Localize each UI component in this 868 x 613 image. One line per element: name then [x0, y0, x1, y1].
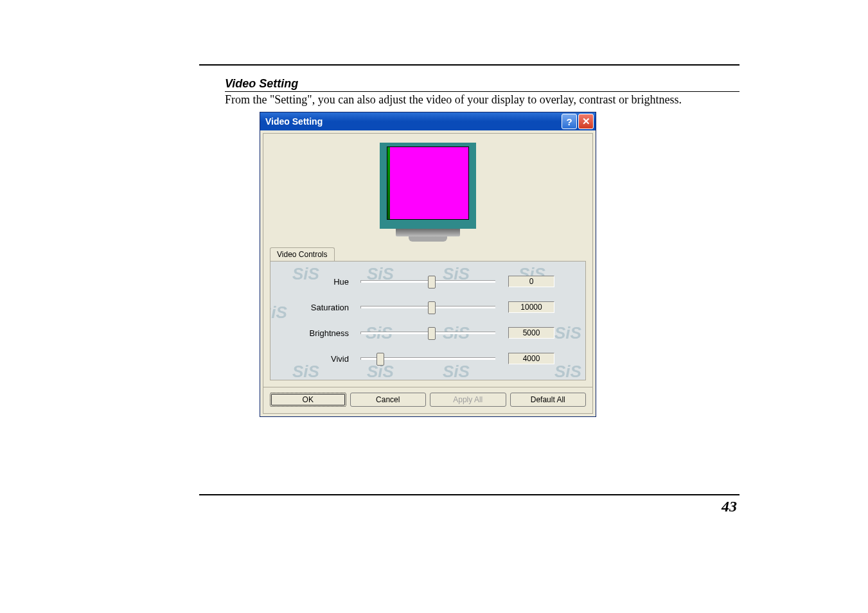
- saturation-slider[interactable]: [360, 302, 495, 312]
- heading-underline: [225, 91, 740, 92]
- tab-video-controls[interactable]: Video Controls: [270, 247, 335, 261]
- dialog-titlebar[interactable]: Video Setting ? ✕: [260, 112, 596, 130]
- control-row-hue: Hue 0: [285, 276, 571, 287]
- apply-all-button[interactable]: Apply All: [430, 393, 506, 407]
- video-controls-panel: SiS SiS SiS SiS SiS SiS SiS SiS SiS SiS …: [270, 261, 586, 380]
- sis-watermark: SiS: [292, 362, 319, 380]
- sis-watermark: SiS: [443, 362, 470, 380]
- control-row-brightness: Brightness 5000: [285, 327, 571, 339]
- help-button[interactable]: ?: [562, 114, 577, 129]
- brightness-slider[interactable]: [360, 328, 495, 338]
- hue-value: 0: [508, 276, 554, 287]
- control-row-saturation: Saturation 10000: [285, 301, 571, 313]
- page-number: 43: [199, 498, 740, 515]
- brightness-label: Brightness: [285, 328, 360, 338]
- control-row-vivid: Vivid 4000: [285, 353, 571, 364]
- slider-thumb[interactable]: [428, 276, 436, 289]
- vivid-value: 4000: [508, 353, 554, 364]
- top-rule: [199, 64, 740, 66]
- vivid-slider[interactable]: [360, 353, 495, 364]
- vivid-label: Vivid: [285, 354, 360, 364]
- question-icon: ?: [566, 116, 572, 127]
- default-all-button[interactable]: Default All: [510, 393, 587, 407]
- slider-thumb[interactable]: [428, 301, 436, 314]
- ok-button[interactable]: OK: [270, 393, 346, 407]
- slider-thumb[interactable]: [376, 353, 384, 366]
- dialog-title: Video Setting: [265, 116, 560, 127]
- dialog-button-row: OK Cancel Apply All Default All: [263, 387, 592, 413]
- section-heading: Video Setting: [225, 77, 740, 91]
- dialog-inner-panel: Video Controls SiS SiS SiS SiS SiS SiS S…: [263, 133, 593, 414]
- close-button[interactable]: ✕: [578, 114, 594, 129]
- saturation-value: 10000: [508, 301, 554, 313]
- brightness-value: 5000: [508, 327, 554, 339]
- monitor-preview-area: [263, 134, 592, 244]
- footer-rule: [199, 494, 740, 495]
- hue-label: Hue: [285, 277, 360, 287]
- cancel-button[interactable]: Cancel: [350, 393, 427, 407]
- saturation-label: Saturation: [285, 303, 360, 312]
- close-icon: ✕: [582, 116, 590, 127]
- slider-thumb[interactable]: [428, 327, 436, 340]
- monitor-icon: [380, 143, 476, 242]
- sis-watermark: SiS: [554, 362, 581, 380]
- hue-slider[interactable]: [360, 276, 495, 287]
- section-body: From the "Setting", you can also adjust …: [225, 93, 740, 107]
- video-setting-dialog: Video Setting ? ✕: [260, 112, 596, 417]
